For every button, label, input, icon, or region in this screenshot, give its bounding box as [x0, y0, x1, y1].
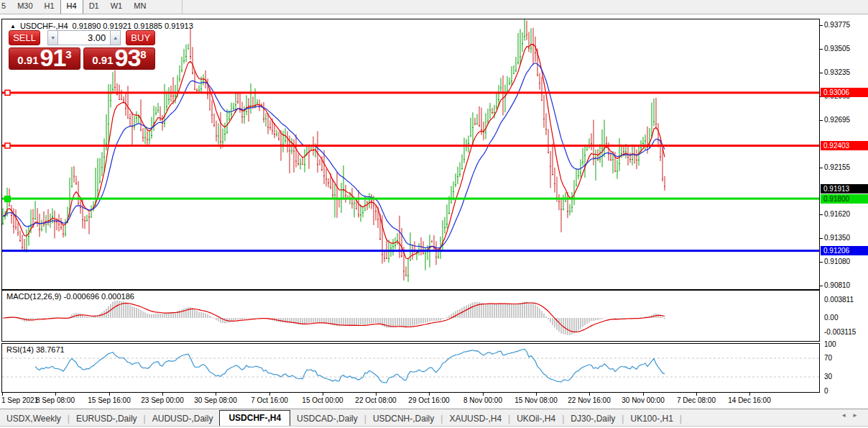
price-badge-0.91800: 0.91800 [821, 194, 868, 204]
timeframe-button-d1[interactable]: D1 [83, 0, 105, 14]
line-handle-icon[interactable] [4, 196, 11, 202]
time-axis-label: 15 Nov 08:00 [514, 396, 558, 404]
price-axis-tick [820, 73, 823, 73]
timeframe-button-w1[interactable]: W1 [105, 0, 129, 14]
macd-axis-label: -0.003115 [824, 328, 856, 337]
macd-axis-label: 0.003811 [824, 296, 854, 304]
time-axis-tick [323, 393, 323, 396]
time-axis-label: 30 Nov 00:00 [622, 396, 665, 404]
chevron-down-icon: ▼ [50, 35, 55, 40]
time-axis-tick [589, 393, 590, 396]
timeframe-button-5[interactable]: 5 [0, 0, 11, 14]
mt4-window: { "toolbar": { "timeframes": ["5", "M30"… [0, 0, 868, 428]
buy-price-pip-digit: 8 [140, 49, 146, 60]
sell-price-big-digits: 91 [40, 47, 66, 68]
rsi-indicator-pane[interactable] [1, 343, 820, 393]
lot-size-input[interactable] [58, 30, 110, 45]
sell-price-pip-digit: 3 [65, 49, 71, 60]
buy-price-display[interactable]: 0.91 93 8 [83, 47, 155, 70]
price-axis-label: 0.91080 [824, 258, 850, 266]
time-axis-label: 29 Oct 16:00 [408, 396, 449, 404]
timeframe-button-m30[interactable]: M30 [11, 0, 38, 14]
lot-increase-button[interactable]: ▲ [110, 30, 121, 45]
line-handle-icon[interactable] [5, 90, 10, 95]
time-axis-tick [696, 393, 697, 396]
price-axis-label: 0.93775 [824, 21, 850, 29]
price-axis-label: 0.93235 [824, 68, 850, 77]
chart-tab-ukoil-h4[interactable]: UKOil-,H4 [510, 411, 562, 426]
time-axis-label: 7 Oct 16:00 [251, 396, 288, 404]
tab-scroll-right-icon[interactable]: ► [852, 412, 864, 419]
time-axis-label: 30 Sep 08:00 [194, 396, 237, 404]
toolbar-divider [182, 0, 183, 14]
chart-tab-eurusd-daily[interactable]: EURUSD-,Daily [70, 411, 144, 426]
chevron-up-icon: ▲ [113, 35, 118, 40]
rsi-axis-label: 100 [824, 340, 836, 349]
horizontal-line-0.92403[interactable] [2, 145, 819, 147]
chart-tab-usdchf-h4[interactable]: USDCHF-,H4 [219, 410, 290, 426]
chart-tab-audusd-daily[interactable]: AUDUSD-,Daily [146, 411, 220, 426]
time-axis-label: 15 Oct 00:00 [302, 396, 343, 404]
sell-price-display[interactable]: 0.91 91 3 [9, 47, 80, 70]
time-axis-tick [162, 393, 163, 396]
time-axis-label: 8 Sep 08:00 [36, 396, 75, 404]
price-axis-tick [820, 120, 823, 121]
buy-price-prefix: 0.91 [92, 53, 113, 68]
price-axis-tick [820, 262, 823, 263]
chart-ohlc-values: 0.91890 0.91921 0.91885 0.91913 [73, 22, 193, 30]
buy-button[interactable]: BUY [126, 30, 155, 45]
price-axis-tick [820, 49, 823, 50]
time-axis-label: 22 Oct 08:00 [355, 396, 396, 404]
timeframe-button-h1[interactable]: H1 [39, 0, 60, 14]
one-click-trading-panel: SELL ▼ ▲ BUY 0.91 91 3 0.91 93 8 [9, 30, 155, 70]
time-axis-label: 14 Dec 16:00 [728, 396, 771, 404]
chart-tab-dj30-daily[interactable]: DJ30-,Daily [564, 411, 622, 426]
rsi-label: RSI(14) 38.7671 [6, 345, 65, 354]
price-axis-label: 0.90810 [824, 281, 850, 290]
price-axis-label: 0.93505 [824, 45, 850, 53]
rsi-axis-label: 0 [824, 387, 828, 396]
price-axis-tick [820, 238, 823, 239]
price-badge-0.91206: 0.91206 [821, 246, 868, 255]
price-axis-label: 0.91350 [824, 234, 850, 242]
macd-axis-label: 0.00 [824, 314, 838, 322]
rsi-chart [2, 344, 819, 392]
trade-panel-collapse-icon[interactable]: ▲ [10, 22, 16, 30]
tab-separator: | [680, 411, 682, 426]
price-badge-0.92403: 0.92403 [821, 141, 868, 150]
horizontal-line-0.91206[interactable] [2, 250, 819, 252]
macd-label: MACD(12,26,9) -0.000696 0.000186 [6, 292, 134, 301]
horizontal-line-0.918[interactable] [2, 198, 819, 200]
time-axis-tick [376, 393, 377, 396]
timeframe-button-h4[interactable]: H4 [60, 0, 83, 14]
chart-tab-usdx-weekly[interactable]: USDX,Weekly [0, 411, 68, 426]
price-axis-tick [820, 214, 823, 215]
chart-tab-usdcnh-daily[interactable]: USDCNH-,Daily [366, 411, 440, 426]
horizontal-line-0.93006[interactable] [2, 91, 819, 94]
time-axis-tick [109, 393, 110, 396]
chart-tab-usdcad-daily[interactable]: USDCAD-,Daily [290, 411, 364, 426]
chart-tab-uk100-h1[interactable]: UK100-,H1 [624, 411, 679, 426]
tab-scroll-left-icon[interactable]: ◄ [841, 412, 852, 419]
chart-symbol-title: USDCHF-,H4 [20, 22, 68, 30]
price-badge-0.93006: 0.93006 [821, 88, 868, 97]
chart-tab-xauusd-h4[interactable]: XAUUSD-,H4 [443, 411, 508, 426]
time-axis-label: 22 Nov 16:00 [568, 396, 611, 404]
rsi-axis-label: 70 [824, 354, 832, 363]
price-axis-label: 0.91620 [824, 210, 850, 219]
rsi-line [35, 349, 665, 382]
line-handle-icon[interactable] [5, 143, 10, 148]
timeframe-buttons: 5M30H1H4D1W1MN [0, 0, 152, 14]
sell-price-prefix: 0.91 [17, 53, 38, 68]
timeframe-button-mn[interactable]: MN [128, 0, 152, 14]
lot-decrease-button[interactable]: ▼ [47, 30, 58, 45]
price-axis-tick [820, 25, 823, 26]
buy-price-big-digits: 93 [115, 47, 141, 68]
time-axis-tick [483, 393, 484, 396]
time-axis-tick [536, 393, 537, 396]
sell-button[interactable]: SELL [9, 30, 40, 45]
time-axis-tick [55, 393, 56, 396]
price-axis-label: 0.92155 [824, 163, 850, 172]
time-axis-label: 1 Sep 2021 [1, 396, 38, 404]
time-axis-tick [643, 393, 644, 396]
